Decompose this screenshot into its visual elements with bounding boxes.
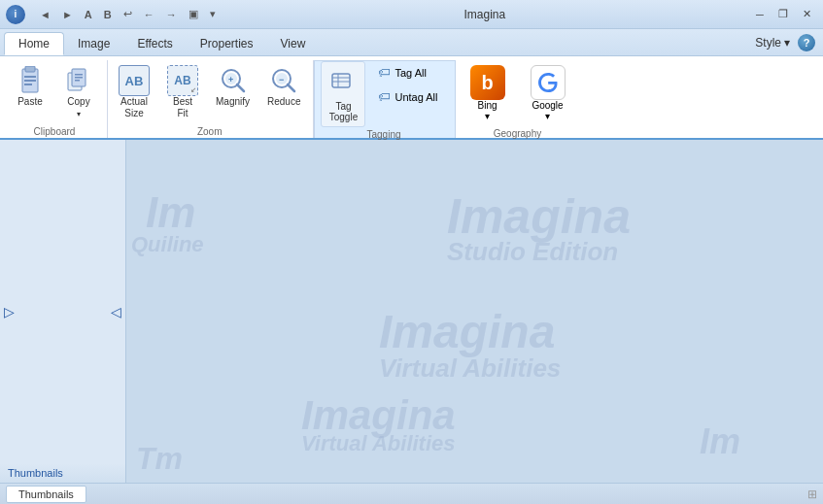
- best-fit-label: BestFit: [173, 96, 192, 119]
- close-button[interactable]: ✕: [796, 6, 817, 23]
- watermark-sub-3: Virtual Abilities: [301, 431, 456, 456]
- app-title: Imagina: [221, 8, 749, 21]
- watermark-bottom-center: Tm: [136, 441, 183, 477]
- google-icon: [531, 65, 566, 100]
- best-fit-button[interactable]: AB ↙ BestFit: [160, 60, 205, 124]
- ribbon-group-tagging: TagToggle 🏷 Tag All 🏷 Untag All Tagging: [314, 60, 455, 138]
- forward-button[interactable]: →: [161, 5, 182, 23]
- actual-size-button[interactable]: AB ActualSize: [112, 60, 156, 124]
- watermark-3: Imagina: [301, 392, 456, 439]
- watermark-bottom-right: Im: [700, 421, 740, 462]
- restore-button[interactable]: ❐: [772, 6, 794, 23]
- watermark-top-left: Im: [146, 188, 195, 237]
- tab-properties[interactable]: Properties: [187, 32, 267, 55]
- paste-button[interactable]: Paste: [8, 60, 52, 113]
- watermark-sub-2: Virtual Abilities: [379, 353, 561, 384]
- paste-label: Paste: [17, 96, 43, 108]
- tagging-buttons: TagToggle 🏷 Tag All 🏷 Untag All: [321, 61, 446, 127]
- tag-toggle-icon: [328, 66, 358, 101]
- help-button[interactable]: ?: [798, 34, 815, 51]
- reduce-label: Reduce: [267, 96, 300, 108]
- svg-rect-18: [332, 74, 350, 87]
- watermark-1: Imagina: [447, 188, 631, 245]
- svg-rect-2: [24, 76, 36, 78]
- svg-rect-7: [75, 74, 83, 76]
- status-bar: Thumbnails ⊞: [0, 483, 823, 504]
- google-label: Google▾: [532, 100, 563, 121]
- zoom-buttons: AB ActualSize AB ↙ BestFit +: [112, 60, 307, 124]
- nav-back-button[interactable]: ◄: [35, 5, 55, 23]
- svg-line-17: [288, 84, 294, 91]
- minimize-button[interactable]: ─: [749, 6, 771, 23]
- tag-toggle-button[interactable]: TagToggle: [321, 61, 365, 127]
- copy-button[interactable]: Copy▾: [56, 60, 101, 124]
- svg-rect-3: [24, 80, 36, 82]
- actual-size-label: ActualSize: [120, 96, 148, 119]
- ribbon-group-zoom: AB ActualSize AB ↙ BestFit +: [108, 60, 314, 138]
- watermark-sub-1: Studio Edition: [447, 237, 618, 267]
- resize-grip: ⊞: [807, 487, 817, 501]
- tag-all-group: 🏷 Tag All 🏷 Untag All: [369, 61, 446, 108]
- clipboard-buttons: Paste Copy▾: [8, 60, 101, 124]
- tag-all-icon: 🏷: [378, 65, 391, 80]
- tag-all-button[interactable]: 🏷 Tag All: [369, 61, 446, 84]
- bing-label: Bing▾: [478, 100, 497, 121]
- ribbon: Paste Copy▾ Clipboard: [0, 56, 823, 140]
- copy-icon: [63, 65, 94, 96]
- tag-all-label: Tag All: [394, 67, 426, 79]
- untag-all-button[interactable]: 🏷 Untag All: [369, 85, 446, 108]
- collapse-arrow[interactable]: ◁: [111, 304, 121, 319]
- back-button[interactable]: ←: [139, 5, 159, 23]
- bing-button[interactable]: b Bing▾: [460, 60, 516, 126]
- left-nav-arrow[interactable]: ▷: [4, 304, 15, 319]
- tab-home[interactable]: Home: [4, 32, 64, 55]
- font-b-button[interactable]: B: [99, 5, 117, 23]
- undo-button[interactable]: ↩: [119, 5, 137, 23]
- style-button[interactable]: Style ▾: [747, 34, 798, 51]
- window-controls: ─ ❐ ✕: [749, 6, 817, 23]
- thumbnail-label: Thumbnails: [0, 463, 125, 483]
- watermark-2: Imagina: [379, 305, 555, 358]
- google-button[interactable]: Google▾: [520, 60, 576, 126]
- window-button[interactable]: ▣: [184, 5, 203, 23]
- reduce-button[interactable]: − Reduce: [260, 60, 307, 113]
- paste-icon: [15, 65, 46, 96]
- copy-label: Copy▾: [67, 96, 89, 119]
- svg-rect-9: [75, 80, 80, 82]
- style-label: Style: [755, 36, 781, 50]
- title-bar-nav: ◄ ► A B ↩ ← → ▣ ▾: [35, 5, 221, 23]
- title-bar-left: i ◄ ► A B ↩ ← → ▣ ▾: [6, 5, 221, 24]
- watermark-sub-top-left: Quiline: [131, 232, 204, 257]
- tab-image[interactable]: Image: [64, 32, 123, 55]
- svg-text:−: −: [279, 75, 284, 84]
- thumbnail-panel: ▷ ◁ Thumbnails: [0, 140, 126, 483]
- status-tab-thumbnails[interactable]: Thumbnails: [6, 486, 86, 503]
- svg-text:+: +: [228, 75, 233, 84]
- geography-buttons: b Bing▾ Google▾: [460, 60, 576, 126]
- svg-rect-8: [75, 77, 83, 79]
- title-bar: i ◄ ► A B ↩ ← → ▣ ▾ Imagina ─ ❐ ✕: [0, 0, 823, 29]
- app-icon: i: [6, 5, 25, 24]
- nav-forward-button[interactable]: ►: [57, 5, 78, 23]
- geography-label: Geography: [460, 126, 576, 141]
- actual-size-icon: AB: [119, 65, 150, 96]
- best-fit-icon: AB ↙: [167, 65, 198, 96]
- canvas-area: Imagina Studio Edition Imagina Virtual A…: [126, 140, 823, 483]
- clipboard-label: Clipboard: [8, 124, 101, 139]
- ribbon-right: Style ▾ ?: [747, 34, 823, 55]
- thumbnail-content: [0, 140, 125, 483]
- font-a-button[interactable]: A: [80, 5, 97, 23]
- magnify-label: Magnify: [216, 96, 250, 108]
- reduce-icon: −: [268, 65, 299, 96]
- style-arrow-icon: ▾: [784, 36, 790, 50]
- tab-effects[interactable]: Effects: [123, 32, 186, 55]
- ribbon-group-geography: b Bing▾ Google▾ Geography: [456, 60, 582, 138]
- magnify-button[interactable]: + Magnify: [209, 60, 257, 113]
- ribbon-group-clipboard: Paste Copy▾ Clipboard: [4, 60, 108, 138]
- tab-view[interactable]: View: [267, 32, 320, 55]
- svg-rect-4: [24, 84, 32, 85]
- customize-button[interactable]: ▾: [205, 5, 221, 23]
- magnify-icon: +: [218, 65, 249, 96]
- main-area: ▷ ◁ Thumbnails Imagina Studio Edition Im…: [0, 140, 823, 483]
- untag-all-label: Untag All: [394, 91, 437, 103]
